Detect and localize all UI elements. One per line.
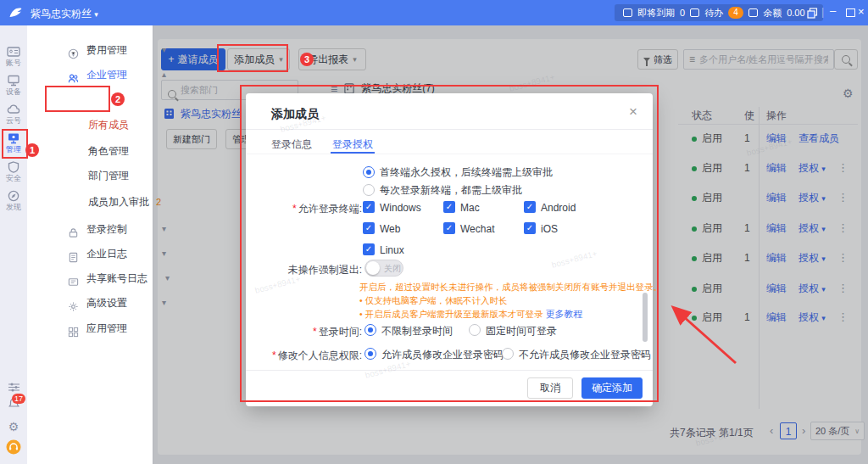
wallet-icon [748,8,758,17]
annotation-box-modal [240,85,659,402]
todo-icon [690,8,699,17]
window-switch-icon[interactable] [807,7,818,22]
titlebar: 紫鸟忠实粉丝 ▾ 即将到期 0 待办 4 余额 0.00 > | – × [0,0,868,25]
annotation-box-add-member-button [217,44,288,72]
sidebar-item-fee-management[interactable]: 费用管理 ▾ [27,38,153,62]
rail-item-discover[interactable]: 发现 [0,190,27,212]
notification-count-badge: 17 [12,394,25,404]
balance-label: 余额 [763,7,782,20]
rail-item-devices[interactable]: 设备 [0,75,27,97]
app-logo-icon [8,6,23,23]
annotation-step-3: 3 [300,53,314,66]
annotation-step-1: 1 [25,143,39,157]
account-status-pill[interactable]: 即将到期 0 待办 4 余额 0.00 > [615,4,823,21]
rail-item-accounts[interactable]: 账号 [0,46,27,68]
settings-gear-icon[interactable]: ⚙ [0,421,27,433]
sidebar-item-enterprise-management[interactable]: 企业管理 ▴ [27,63,153,87]
sidebar-item-role-management[interactable]: 角色管理 [27,139,153,163]
balance-value: 0.00 [787,8,804,18]
chevron-down-icon: ▾ [94,10,98,19]
calendar-icon [623,8,632,17]
support-headset-icon[interactable] [0,439,27,456]
notification-bell-icon[interactable]: 17 [0,397,27,410]
sidebar-item-enterprise-log[interactable]: 企业日志 ▾ [27,242,153,266]
expire-label: 即将到期 [637,7,675,20]
annotation-step-2: 2 [111,92,125,106]
annotation-box-rail-management [2,129,28,159]
sidebar-item-advanced-settings[interactable]: 高级设置 ▾ [27,291,153,315]
sidebar-item-member-approval[interactable]: 成员加入审批 2 [27,190,153,214]
todo-count-badge: 4 [728,7,743,19]
app-window: 紫鸟忠实粉丝 ▾ 即将到期 0 待办 4 余额 0.00 > | – × 账号 … [0,0,868,464]
rail-item-security[interactable]: 安全 [0,161,27,183]
annotation-box-all-members [45,86,110,112]
workspace-menu[interactable]: 紫鸟忠实粉丝 ▾ [31,7,98,21]
maximize-button[interactable] [846,8,855,17]
expire-count: 0 [680,8,685,18]
annotation-arrow [659,295,748,373]
sidebar-item-login-control[interactable]: 登录控制 ▾ [27,217,153,241]
sidebar-item-shared-account-log[interactable]: 共享账号日志 ▾ [27,266,153,290]
app-management-icon [68,322,79,346]
todo-label: 待办 [704,7,723,20]
close-window-button[interactable]: × [858,5,865,18]
sidebar-item-all-members[interactable]: 所有成员 [27,113,153,137]
rail-filter-settings-icon[interactable] [0,382,27,394]
rail-item-cloud[interactable]: 云号 [0,103,27,126]
icon-rail: 账号 设备 云号 管理 安全 发现 17 ⚙ [0,25,28,464]
sidebar-item-department-management[interactable]: 部门管理 [27,164,153,187]
sidebar-item-app-management[interactable]: 应用管理 [27,316,153,340]
titlebar-divider: | [821,6,824,18]
minimize-button[interactable]: – [830,4,836,17]
